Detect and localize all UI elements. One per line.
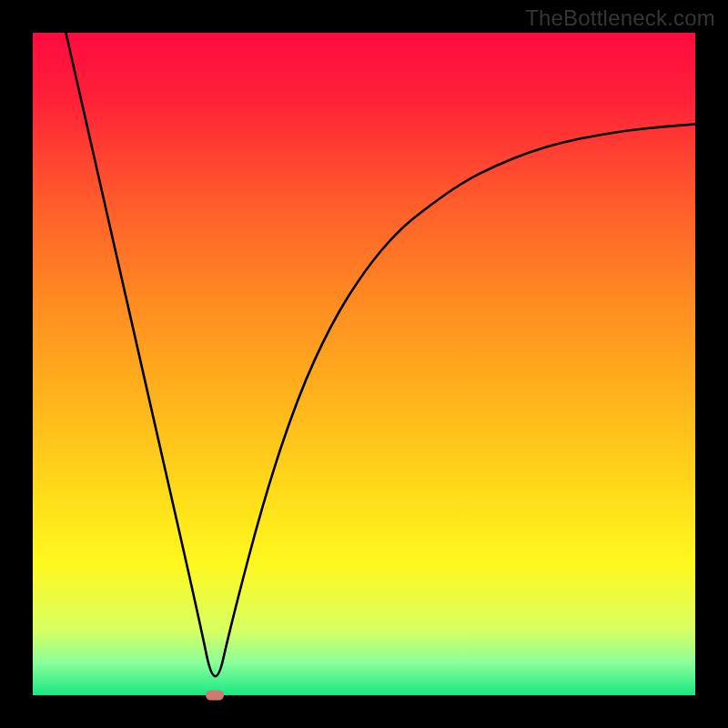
- svg-rect-0: [33, 33, 695, 695]
- watermark-text: TheBottleneck.com: [525, 5, 715, 31]
- min-point-marker: [206, 691, 224, 701]
- background-gradient: [33, 33, 695, 695]
- plot-area: [33, 33, 695, 695]
- chart-frame: TheBottleneck.com: [0, 0, 728, 728]
